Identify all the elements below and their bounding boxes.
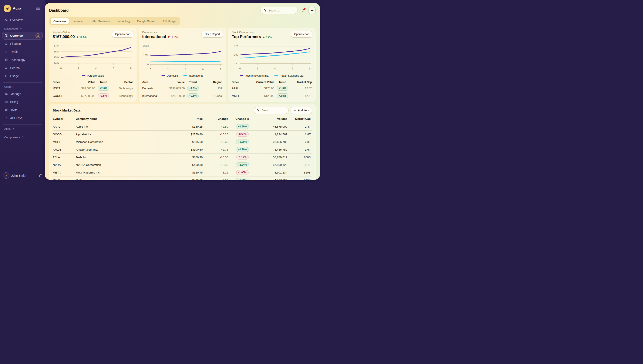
add-item-button[interactable]: Add Item [291,107,312,114]
add-item-label: Add Item [298,109,309,112]
legend-swatch [161,76,165,76]
sidebar-item-technology[interactable]: Technology [2,56,43,64]
cards-row: Portfolio Value $167,000.00 12.5% Open R… [49,28,316,102]
sidebar-item-search[interactable]: Search [2,64,43,72]
search-icon [257,109,259,112]
add-button[interactable] [308,7,316,14]
legend-item: Tech Innovators Inc. [240,74,269,77]
sidebar-item-label: Billing [10,100,18,104]
svg-text:6: 6 [292,67,293,70]
open-report-button[interactable]: Open Report [112,31,133,38]
sidebar-section-users[interactable]: Users [4,85,41,88]
legend-item: International [183,74,203,77]
sidebar-item-finance[interactable]: Finance [2,40,43,48]
svg-text:0: 0 [150,68,151,71]
legend-swatch [183,76,187,76]
sidebar-item-api-keys[interactable]: API Keys [2,114,43,122]
sidebar-item-billing[interactable]: Billing [2,98,43,106]
divider [3,124,42,125]
svg-text:170k: 170k [54,44,59,47]
open-report-button[interactable]: Open Report [291,31,312,38]
chip-icon [5,58,8,62]
sidebar-nav: Overview Dashboard Overview 2 Finance Tr… [0,16,45,139]
sidebar-section-dashboard[interactable]: Dashboard [4,27,41,30]
stock-controls: Add Item [254,107,312,114]
open-report-button[interactable]: Open Report [201,31,223,38]
sidebar-item-label: Traffic [10,50,18,54]
search-icon [5,66,8,70]
delta-badge: -1.5% [168,36,177,39]
app-root: Aura Overview Dashboard Overview 2 Finan… [0,0,321,182]
stock-market-data-section: Stock Market Data [49,104,316,180]
table-row-amzn[interactable]: AMZNAmazon.com Inc.$3300.50+2.75+0.79%3,… [53,146,312,153]
svg-text:2: 2 [257,67,258,70]
tab-overview[interactable]: Overview [51,18,69,24]
stock-section-header: Stock Market Data [53,107,312,114]
trend-badge: +2.0% [98,86,109,91]
avatar-initial: J [6,174,7,177]
sidebar-section-components[interactable]: Components [4,136,41,139]
card-stock-comparison: Stock Comparison Top Performers 8.7% Ope… [228,28,316,102]
sidebar-item-usage[interactable]: Usage [2,72,43,80]
table-search[interactable] [254,107,289,114]
table-row-nvda[interactable]: NVDANVIDIA Corporation$450.30+12.45+2.84… [53,161,312,168]
legend-item: Portfolio Value [82,74,104,77]
trend-badge: -1.00% [236,170,249,175]
tab-technology[interactable]: Technology [113,18,133,24]
user-profile[interactable]: J John Smith [3,172,42,178]
users-icon [5,92,8,96]
sidebar: Aura Overview Dashboard Overview 2 Finan… [0,0,45,182]
card-title: International [142,34,166,39]
table-row-msft[interactable]: MSFTMicrosoft Corporation$305.60+5.40+1.… [53,138,312,146]
table-row-nflx[interactable]: NFLXNetflix Inc.$480.20+9.90+1.89%4,567,… [53,176,312,180]
tab-finance[interactable]: Finance [70,18,86,24]
svg-text:6: 6 [202,68,204,71]
card-table: StockValueTrendSectorMSFT$78,000.00+2.0%… [53,80,133,100]
table-row: AAPL$175.00+1.8%$2.8T [232,84,312,92]
search-input[interactable] [268,9,295,12]
notifications-button[interactable] [300,8,305,13]
svg-text:8: 8 [309,67,311,70]
tab-traffic-overview[interactable]: Traffic Overview [86,18,112,24]
card-domestic-vs: Domestic vs International -1.5% Open Rep… [139,28,226,102]
divider [3,133,42,133]
hamburger-menu-icon[interactable] [35,6,41,12]
tab-api-usage[interactable]: API Usage [160,18,179,24]
table-row: International$28,120.00+0.5%Global [142,92,223,100]
global-search[interactable] [261,7,298,14]
sidebar-item-traffic[interactable]: Traffic [2,48,43,56]
card-title: $167,000.00 [53,34,75,39]
paintbrush-icon[interactable] [38,174,42,177]
legend-swatch [240,76,244,76]
line-chart: 80 100 120 0 2 4 6 8 [232,42,312,74]
svg-text:2: 2 [78,67,79,70]
main-panel: Dashboard [45,3,320,180]
card-table: StockCurrent ValueTrendMarket CapAAPL$17… [232,80,312,100]
table-row-googl[interactable]: GOOGLAlphabet Inc.$2750.80-15.20-0.55%1,… [53,130,312,138]
svg-text:100: 100 [234,53,238,56]
table-row-tsla[interactable]: TSLATesla Inc.$850.90-10.50-1.17%56,789,… [53,153,312,161]
table-row-aapl[interactable]: AAPLApple Inc.$150.25+2.50+1.69%45,678,9… [53,123,312,130]
sidebar-section-apps[interactable]: Apps [4,127,41,130]
sidebar-item-invite[interactable]: Invite [2,106,43,114]
trend-badge: -1.17% [236,155,249,160]
svg-text:4: 4 [95,67,97,70]
trend-badge: +1.0% [187,86,198,91]
notification-dot [304,8,306,10]
delta-badge: 8.7% [263,36,272,39]
sidebar-item-overview[interactable]: Overview 2 [2,32,43,40]
svg-text:100k: 100k [143,54,149,56]
svg-text:6: 6 [113,67,114,70]
legend-swatch [274,76,278,76]
svg-text:0: 0 [239,67,241,70]
chart-legend: Tech Innovators Inc. Health Solutions Lt… [232,74,312,77]
sidebar-item-manage[interactable]: Manage [2,90,43,98]
table-search-input[interactable] [261,108,286,112]
svg-text:8: 8 [130,67,132,70]
sidebar-item-overview[interactable]: Overview [2,16,43,24]
svg-text:140k: 140k [54,62,59,64]
page-header: Dashboard [49,7,316,14]
stock-table: SymbolCompany NamePriceChangeChange %Vol… [53,115,312,180]
table-row-meta[interactable]: METAMeta Platforms Inc.$320.75-3.25-1.00… [53,168,312,176]
tab-google-search[interactable]: Google Search [134,18,159,24]
